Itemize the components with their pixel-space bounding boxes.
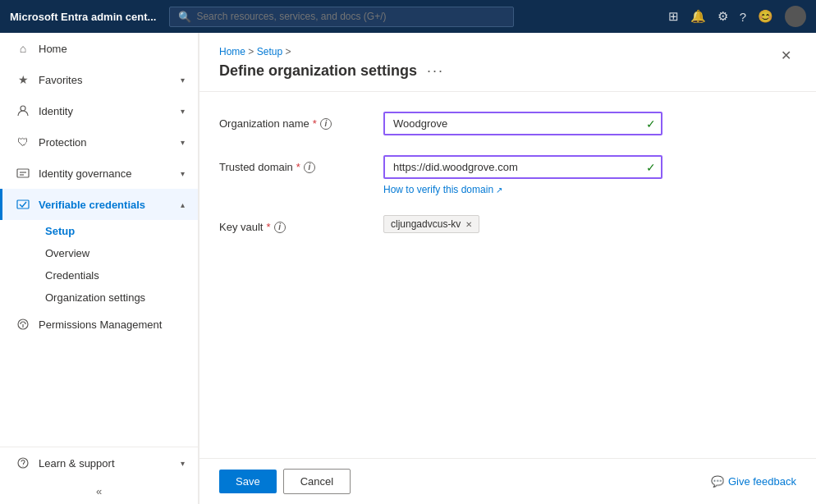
org-name-label-col: Organization name * i — [219, 112, 383, 130]
sidebar: ⌂ Home ★ Favorites ▾ Identity ▾ 🛡 Protec… — [0, 33, 199, 504]
panel-close-button[interactable]: ✕ — [776, 46, 796, 65]
help-icon[interactable]: ? — [740, 10, 746, 24]
breadcrumb-home[interactable]: Home — [219, 46, 245, 57]
sidebar-sub-org-settings-label: Organization settings — [45, 291, 145, 304]
sidebar-sub-overview-label: Overview — [45, 247, 89, 259]
key-vault-info-icon[interactable]: i — [274, 222, 286, 233]
org-name-required: * — [313, 117, 317, 130]
chevron-down-icon: ▾ — [181, 76, 185, 85]
key-vault-tag: cljungadvcus-kv ✕ — [383, 215, 479, 233]
avatar[interactable] — [785, 6, 806, 27]
key-vault-tag-close[interactable]: ✕ — [465, 220, 472, 229]
sidebar-item-identity[interactable]: Identity ▾ — [0, 95, 198, 126]
notification-icon[interactable]: 🔔 — [690, 9, 706, 24]
sidebar-item-favorites-label: Favorites — [39, 74, 177, 86]
main-layout: ⌂ Home ★ Favorites ▾ Identity ▾ 🛡 Protec… — [0, 33, 816, 504]
sidebar-sub-setup[interactable]: Setup — [36, 220, 198, 242]
sidebar-item-permissions-management[interactable]: Permissions Management — [0, 309, 198, 340]
trusted-domain-required: * — [296, 161, 300, 173]
org-name-control: ✓ — [383, 112, 796, 135]
trusted-domain-input-wrapper: ✓ — [383, 155, 662, 179]
org-name-info-icon[interactable]: i — [320, 118, 332, 130]
topbar-icons: ⊞ 🔔 ⚙ ? 😊 — [668, 6, 806, 27]
sidebar-sub-setup-label: Setup — [45, 225, 75, 237]
brand-title: Microsoft Entra admin cent... — [10, 11, 156, 23]
favorites-icon: ★ — [16, 72, 30, 87]
sidebar-item-protection[interactable]: 🛡 Protection ▾ — [0, 126, 198, 158]
give-feedback-label: Give feedback — [728, 475, 796, 488]
sidebar-bottom: Learn & support ▾ « — [0, 447, 198, 504]
panel-footer: Save Cancel 💬 Give feedback — [199, 458, 816, 504]
verifiable-credentials-icon — [16, 197, 30, 212]
key-vault-label: Key vault — [219, 221, 263, 233]
give-feedback-link[interactable]: 💬 Give feedback — [711, 475, 796, 488]
portal-icon[interactable]: ⊞ — [668, 9, 679, 24]
verify-domain-link[interactable]: How to verify this domain ↗ — [383, 184, 796, 195]
panel-title: Define organization settings — [219, 62, 417, 80]
trusted-domain-row: Trusted domain * i ✓ How to verify this … — [219, 155, 796, 195]
save-button[interactable]: Save — [219, 470, 277, 493]
sidebar-item-permissions-label: Permissions Management — [39, 318, 185, 331]
breadcrumb: Home > Setup > — [219, 46, 447, 57]
svg-rect-4 — [17, 200, 29, 208]
external-link-icon: ↗ — [496, 186, 502, 195]
org-name-label: Organization name — [219, 117, 309, 130]
breadcrumb-sep1: > — [248, 46, 256, 57]
topbar: Microsoft Entra admin cent... 🔍 ⊞ 🔔 ⚙ ? … — [0, 0, 816, 33]
chevron-down-icon: ▾ — [181, 459, 185, 468]
key-vault-label-col: Key vault * i — [219, 215, 383, 233]
search-input[interactable] — [196, 11, 505, 22]
breadcrumb-setup[interactable]: Setup — [257, 46, 282, 57]
trusted-domain-input[interactable] — [383, 155, 662, 179]
identity-governance-icon — [16, 166, 30, 181]
sidebar-item-learn-support-label: Learn & support — [39, 457, 177, 470]
chevron-up-icon: ▴ — [181, 200, 185, 209]
sidebar-item-identity-governance-label: Identity governance — [39, 167, 177, 180]
panel-header: Home > Setup > Define organization setti… — [199, 33, 816, 92]
sidebar-item-verifiable-credentials[interactable]: Verifiable credentials ▴ — [0, 189, 198, 220]
sidebar-item-home[interactable]: ⌂ Home — [0, 33, 198, 64]
collapse-icon: « — [96, 485, 102, 497]
sidebar-sub-org-settings[interactable]: Organization settings — [36, 286, 198, 309]
permissions-icon — [16, 317, 30, 332]
chevron-down-icon: ▾ — [181, 169, 185, 178]
verify-domain-link-text: How to verify this domain — [383, 184, 493, 195]
trusted-domain-info-icon[interactable]: i — [304, 162, 315, 173]
sidebar-item-learn-support[interactable]: Learn & support ▾ — [0, 447, 198, 479]
panel-header-left: Home > Setup > Define organization setti… — [219, 46, 447, 81]
panel-title-row: Define organization settings ··· — [219, 61, 447, 81]
sidebar-sub-credentials-label: Credentials — [45, 269, 99, 282]
trusted-domain-label: Trusted domain — [219, 161, 293, 173]
key-vault-control: cljungadvcus-kv ✕ — [383, 215, 796, 233]
content-area: Home > Setup > Define organization setti… — [199, 33, 816, 504]
settings-icon[interactable]: ⚙ — [717, 9, 728, 24]
protection-icon: 🛡 — [16, 135, 30, 149]
sidebar-item-favorites[interactable]: ★ Favorites ▾ — [0, 64, 198, 95]
feedback-chat-icon: 💬 — [711, 475, 724, 488]
org-name-input[interactable] — [383, 112, 662, 135]
breadcrumb-sep2: > — [285, 46, 291, 57]
home-icon: ⌂ — [16, 41, 30, 56]
sidebar-item-identity-governance[interactable]: Identity governance ▾ — [0, 158, 198, 189]
org-name-row: Organization name * i ✓ — [219, 112, 796, 135]
sidebar-item-identity-label: Identity — [39, 105, 177, 117]
sidebar-collapse-button[interactable]: « — [0, 479, 198, 504]
trusted-domain-control: ✓ How to verify this domain ↗ — [383, 155, 796, 195]
key-vault-row: Key vault * i cljungadvcus-kv ✕ — [219, 215, 796, 233]
sidebar-sub-overview[interactable]: Overview — [36, 242, 198, 264]
learn-support-icon — [16, 456, 30, 470]
svg-point-0 — [21, 106, 25, 111]
chevron-down-icon: ▾ — [181, 138, 185, 147]
panel-more-button[interactable]: ··· — [424, 61, 447, 81]
svg-rect-1 — [17, 169, 29, 177]
sidebar-sub-menu: Setup Overview Credentials Organization … — [0, 220, 198, 309]
key-vault-tag-value: cljungadvcus-kv — [391, 218, 461, 230]
cancel-button[interactable]: Cancel — [283, 469, 351, 494]
panel-body: Organization name * i ✓ Trusted doma — [199, 92, 816, 458]
search-box[interactable]: 🔍 — [169, 7, 514, 27]
org-name-input-wrapper: ✓ — [383, 112, 662, 135]
feedback-icon[interactable]: 😊 — [758, 9, 773, 24]
trusted-domain-label-col: Trusted domain * i — [219, 155, 383, 173]
sidebar-sub-credentials[interactable]: Credentials — [36, 264, 198, 286]
sidebar-item-home-label: Home — [39, 43, 185, 55]
